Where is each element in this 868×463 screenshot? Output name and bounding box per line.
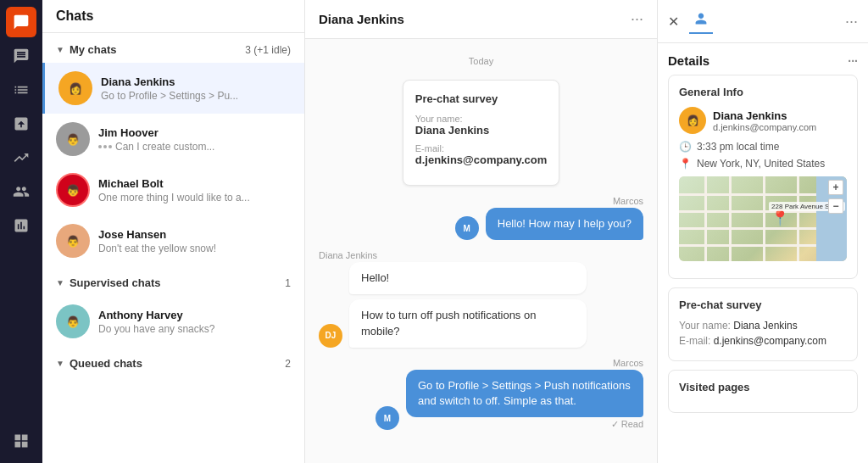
avatar-anthony: 👨: [56, 304, 90, 338]
chat-preview-michael: One more thing I would like to a...: [98, 192, 291, 204]
clock-icon: 🕒: [679, 141, 692, 153]
sender-name-marcos-1: Marcos: [613, 196, 643, 206]
reports-nav-icon[interactable]: [6, 142, 36, 173]
pcs-name-val: Diana Jenkins: [733, 320, 797, 332]
queued-chats-section-header[interactable]: ▼ Queued chats 2: [42, 347, 304, 377]
details-content: General Info 👩 Diana Jenkins d.jenkins@c…: [658, 75, 868, 463]
supervised-chats-label: Supervised chats: [70, 276, 161, 289]
grid-nav-icon[interactable]: [6, 426, 36, 456]
chat-header: Diana Jenkins ···: [305, 0, 657, 39]
chat-nav-icon[interactable]: [6, 7, 36, 37]
avatar-jose: 👨: [56, 224, 90, 258]
chat-info-jim: Jim Hoover Can I create custom...: [98, 126, 291, 153]
message-bubble-marcos-1: Hello! How may I help you?: [486, 208, 643, 240]
chat-name-diana: Diana Jenkins: [101, 75, 291, 88]
agents-nav-icon[interactable]: [6, 176, 36, 207]
date-divider: Today: [319, 56, 643, 66]
chat-info-michael: Michael Bolt One more thing I would like…: [98, 177, 291, 204]
message-bubble-marcos-2: Go to Profile > Settings > Push notifica…: [406, 370, 643, 417]
general-info-title: General Info: [679, 86, 847, 98]
chat-item-jim[interactable]: 👨 Jim Hoover Can I create custom...: [42, 114, 304, 165]
chat-name-jose: Jose Hansen: [98, 228, 291, 241]
pcs-email-label: E-mail:: [679, 335, 710, 347]
pre-chat-survey-card: Pre-chat survey Your name: Diana Jenkins…: [403, 80, 559, 186]
details-panel: ✕ ··· Details ··· General Info 👩 Diana J…: [658, 0, 868, 463]
details-more-button[interactable]: ···: [845, 13, 858, 31]
supervised-chats-count: 1: [285, 277, 291, 289]
message-row-marcos-1: Hello! How may I help you? M: [455, 208, 643, 240]
map-pin: 📍: [771, 209, 789, 227]
avatar-diana: 👩: [58, 71, 92, 105]
message-row-diana: DJ Hello! How to turn off push notificat…: [319, 262, 587, 348]
pcs-name-row: Your name: Diana Jenkins: [679, 320, 847, 332]
my-chats-section-header[interactable]: ▼ My chats 3 (+1 idle): [42, 33, 304, 63]
chat-more-button[interactable]: ···: [631, 10, 643, 28]
queued-chats-chevron: ▼: [56, 359, 64, 368]
chat-info-anthony: Anthony Harvey Do you have any snacks?: [98, 309, 291, 335]
details-user-name: Diana Jenkins: [713, 109, 816, 122]
msg-avatar-marcos-1: M: [455, 216, 479, 240]
pre-chat-email-field: E-mail: d.jenkins@company.com: [415, 143, 547, 166]
my-chats-chevron: ▼: [56, 45, 64, 54]
map-zoom-in[interactable]: +: [828, 180, 843, 195]
chat-item-anthony[interactable]: 👨 Anthony Harvey Do you have any snacks?: [42, 296, 304, 347]
map-zoom-out[interactable]: −: [828, 198, 843, 214]
supervised-chats-section-header[interactable]: ▼ Supervised chats 1: [42, 266, 304, 296]
map-container[interactable]: 📍 228 Park Avenue South + −: [679, 176, 847, 261]
map-placeholder: 📍 228 Park Avenue South: [679, 176, 847, 261]
chat-preview-diana: Go to Profile > Settings > Pu...: [101, 90, 291, 102]
details-title-row: Details ···: [658, 43, 868, 75]
chat-header-name: Diana Jenkins: [319, 12, 404, 26]
chat-area: Diana Jenkins ··· Today Pre-chat survey …: [305, 0, 658, 463]
pre-chat-name-label: Your name:: [415, 114, 547, 124]
general-info-card: General Info 👩 Diana Jenkins d.jenkins@c…: [668, 75, 858, 279]
pre-chat-survey-details-title: Pre-chat survey: [679, 298, 847, 311]
pre-chat-title: Pre-chat survey: [415, 92, 547, 105]
details-tabs: [689, 8, 713, 34]
sidebar-content: ▼ My chats 3 (+1 idle) 👩 Diana Jenkins G…: [42, 33, 304, 463]
location-icon: 📍: [679, 158, 692, 170]
chat-item-michael[interactable]: 👦 Michael Bolt One more thing I would li…: [42, 165, 304, 215]
queued-chats-label: Queued chats: [70, 357, 142, 370]
avatar-michael: 👦: [56, 173, 90, 207]
inbox-nav-icon[interactable]: [6, 109, 36, 139]
close-button[interactable]: ✕: [668, 14, 679, 30]
pre-chat-email-label: E-mail:: [415, 143, 547, 153]
avatar-jim: 👨: [56, 122, 90, 156]
my-chats-count: 3 (+1 idle): [245, 44, 291, 56]
chat-item-jose[interactable]: 👨 Jose Hansen Don't eat the yellow snow!: [42, 215, 304, 266]
list-nav-icon[interactable]: [6, 75, 36, 105]
local-time-text: 3:33 pm local time: [697, 141, 779, 153]
local-time-row: 🕒 3:33 pm local time: [679, 141, 847, 153]
visited-pages-title: Visited pages: [679, 381, 847, 393]
pre-chat-name-field: Your name: Diana Jenkins: [415, 114, 547, 137]
pcs-email-val: d.jenkins@company.com: [714, 335, 826, 347]
chat-name-jim: Jim Hoover: [98, 126, 291, 139]
details-title-text: Details: [668, 53, 709, 68]
location-text: New York, NY, United States: [697, 158, 825, 170]
read-status: ✓ Read: [406, 419, 643, 430]
pre-chat-survey-details-card: Pre-chat survey Your name: Diana Jenkins…: [668, 287, 858, 361]
chat-preview-jose: Don't eat the yellow snow!: [98, 243, 291, 254]
queued-chats-count: 2: [285, 358, 291, 370]
details-user-email: d.jenkins@company.com: [713, 122, 816, 132]
user-info-row: 👩 Diana Jenkins d.jenkins@company.com: [679, 107, 847, 134]
chat-name-michael: Michael Bolt: [98, 177, 291, 190]
pre-chat-name-value: Diana Jenkins: [415, 124, 547, 137]
chat-name-anthony: Anthony Harvey: [98, 309, 291, 321]
analytics-nav-icon[interactable]: [6, 210, 36, 241]
tab-person[interactable]: [689, 8, 713, 34]
chat-item-diana[interactable]: 👩 Diana Jenkins Go to Profile > Settings…: [42, 63, 304, 114]
my-chats-label: My chats: [70, 43, 117, 56]
sidebar: Chats ▼ My chats 3 (+1 idle) 👩 Diana Jen…: [42, 0, 305, 463]
chat-info-jose: Jose Hansen Don't eat the yellow snow!: [98, 228, 291, 254]
chat-preview-jim: Can I create custom...: [98, 141, 291, 153]
chat-info-diana: Diana Jenkins Go to Profile > Settings >…: [101, 75, 291, 102]
compose-nav-icon[interactable]: [6, 41, 36, 71]
msg-avatar-diana: DJ: [319, 324, 342, 348]
sender-name-marcos-2: Marcos: [613, 358, 643, 368]
msg-avatar-marcos-2: M: [376, 406, 399, 430]
details-options-button[interactable]: ···: [848, 54, 858, 68]
pcs-email-row: E-mail: d.jenkins@company.com: [679, 335, 847, 347]
supervised-chats-chevron: ▼: [56, 278, 64, 287]
